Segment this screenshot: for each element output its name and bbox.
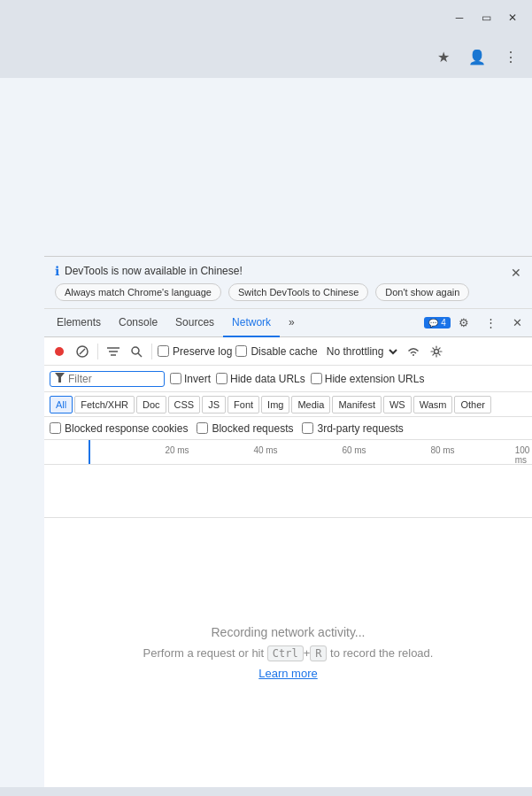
svg-point-0	[55, 347, 64, 356]
filter-ws-button[interactable]: WS	[383, 396, 412, 413]
hide-data-urls-label[interactable]: Hide data URLs	[216, 373, 305, 385]
network-toolbar: Preserve log Disable cache No throttling	[44, 337, 532, 366]
blocked-requests-text: Blocked requests	[212, 422, 293, 435]
page-area: ℹ DevTools is now available in Chinese! …	[0, 78, 532, 787]
extra-filters-bar: Blocked response cookies Blocked request…	[44, 417, 532, 440]
blocked-requests-checkbox[interactable]	[197, 422, 208, 434]
svg-line-7	[138, 353, 142, 357]
disable-cache-text: Disable cache	[251, 345, 317, 358]
preserve-log-checkbox[interactable]	[158, 345, 169, 357]
invert-text: Invert	[184, 373, 211, 385]
ctrl-key: Ctrl	[267, 645, 304, 661]
notification-close-button[interactable]: ✕	[507, 264, 525, 282]
preserve-log-label[interactable]: Preserve log	[158, 345, 232, 358]
menu-button[interactable]: ⋮	[497, 43, 525, 71]
filter-wasm-button[interactable]: Wasm	[413, 396, 453, 413]
notification-message: DevTools is now available in Chinese!	[65, 265, 243, 277]
profile-button[interactable]: 👤	[463, 43, 491, 71]
filter-types-bar: All Fetch/XHR Doc CSS JS Font Img Media …	[44, 392, 532, 417]
tick-60ms: 60 ms	[342, 445, 366, 455]
devtools-panel: ℹ DevTools is now available in Chinese! …	[44, 256, 532, 787]
svg-point-6	[132, 347, 139, 354]
clear-button[interactable]	[73, 342, 92, 361]
learn-more-button[interactable]: Learn more	[258, 667, 317, 680]
blocked-requests-label[interactable]: Blocked requests	[197, 422, 293, 435]
filter-bar: Invert Hide data URLs Hide extension URL…	[44, 366, 532, 392]
throttle-select[interactable]: No throttling	[321, 344, 400, 359]
preserve-log-text: Preserve log	[173, 345, 232, 358]
tab-elements[interactable]: Elements	[48, 309, 110, 337]
tick-80ms: 80 ms	[430, 445, 454, 455]
disable-cache-label[interactable]: Disable cache	[235, 345, 317, 358]
devtools-more-button[interactable]: ⋮	[479, 312, 502, 335]
notification-banner: ℹ DevTools is now available in Chinese! …	[44, 257, 532, 309]
blocked-cookies-label[interactable]: Blocked response cookies	[50, 422, 188, 435]
filter-doc-button[interactable]: Doc	[136, 396, 166, 413]
timeline-rows	[44, 465, 532, 518]
empty-state-line2: Perform a request or hit Ctrl+R to recor…	[143, 646, 434, 660]
svg-marker-9	[55, 373, 65, 383]
network-empty-state: Recording network activity... Perform a …	[44, 518, 532, 787]
badge-count: 4	[441, 318, 446, 328]
third-party-label[interactable]: 3rd-party requests	[302, 422, 403, 435]
empty-state-prefix: Perform a request or hit	[143, 646, 267, 660]
hide-ext-urls-text: Hide extension URLs	[325, 373, 425, 385]
tab-network[interactable]: Network	[223, 309, 280, 337]
console-message-count-button[interactable]: 💬 4	[426, 312, 449, 335]
switch-to-chinese-button[interactable]: Switch DevTools to Chinese	[228, 283, 368, 301]
filter-input-wrapper	[50, 371, 165, 387]
hide-data-urls-checkbox[interactable]	[216, 373, 227, 384]
filter-img-button[interactable]: Img	[261, 396, 289, 413]
filter-input[interactable]	[68, 373, 157, 385]
filter-all-button[interactable]: All	[50, 396, 73, 413]
tick-40ms: 40 ms	[253, 445, 277, 455]
filter-funnel-icon	[55, 373, 65, 384]
devtools-close-button[interactable]: ✕	[505, 312, 528, 335]
invert-label[interactable]: Invert	[170, 373, 211, 385]
record-button[interactable]	[50, 342, 69, 361]
hide-ext-urls-label[interactable]: Hide extension URLs	[311, 373, 425, 385]
toolbar-divider-1	[97, 344, 98, 359]
tab-sources[interactable]: Sources	[166, 309, 223, 337]
tab-more[interactable]: »	[280, 309, 304, 337]
always-match-language-button[interactable]: Always match Chrome's language	[55, 283, 221, 301]
browser-toolbar: ★ 👤 ⋮	[0, 35, 532, 78]
r-key: R	[310, 645, 327, 661]
blocked-cookies-text: Blocked response cookies	[65, 422, 188, 435]
devtools-tabs: Elements Console Sources Network » 💬 4 ⚙…	[44, 309, 532, 337]
svg-point-8	[434, 349, 438, 353]
minimize-button[interactable]: ─	[447, 5, 472, 30]
tab-console[interactable]: Console	[110, 309, 166, 337]
search-button[interactable]	[127, 342, 146, 361]
disable-cache-checkbox[interactable]	[235, 345, 247, 357]
invert-checkbox[interactable]	[170, 373, 181, 384]
filter-manifest-button[interactable]: Manifest	[332, 396, 382, 413]
wifi-icon-button[interactable]	[404, 342, 423, 361]
third-party-checkbox[interactable]	[302, 422, 313, 434]
empty-state-line1: Recording network activity...	[211, 625, 365, 639]
info-icon: ℹ	[55, 264, 59, 278]
filter-css-button[interactable]: CSS	[168, 396, 201, 413]
toolbar-divider-2	[151, 344, 152, 359]
tick-20ms: 20 ms	[165, 445, 189, 455]
timeline-blue-line	[89, 440, 90, 464]
filter-js-button[interactable]: JS	[202, 396, 226, 413]
devtools-settings-button[interactable]: ⚙	[452, 312, 475, 335]
close-button[interactable]: ✕	[500, 5, 525, 30]
empty-state-suffix: to record the reload.	[327, 646, 433, 660]
dont-show-again-button[interactable]: Don't show again	[375, 283, 469, 301]
filter-toggle-button[interactable]	[104, 342, 123, 361]
filter-media-button[interactable]: Media	[291, 396, 330, 413]
title-bar: ─ ▭ ✕	[0, 0, 532, 35]
blocked-cookies-checkbox[interactable]	[50, 422, 61, 434]
timeline-header: 20 ms 40 ms 60 ms 80 ms 100 ms	[44, 440, 532, 465]
filter-fetch-xhr-button[interactable]: Fetch/XHR	[74, 396, 135, 413]
hide-ext-urls-checkbox[interactable]	[311, 373, 322, 384]
filter-other-button[interactable]: Other	[454, 396, 491, 413]
third-party-text: 3rd-party requests	[317, 422, 403, 435]
network-settings-button[interactable]	[427, 342, 446, 361]
filter-font-button[interactable]: Font	[227, 396, 259, 413]
star-button[interactable]: ★	[429, 43, 458, 71]
maximize-button[interactable]: ▭	[474, 5, 498, 30]
tick-100ms: 100 ms	[515, 445, 530, 465]
